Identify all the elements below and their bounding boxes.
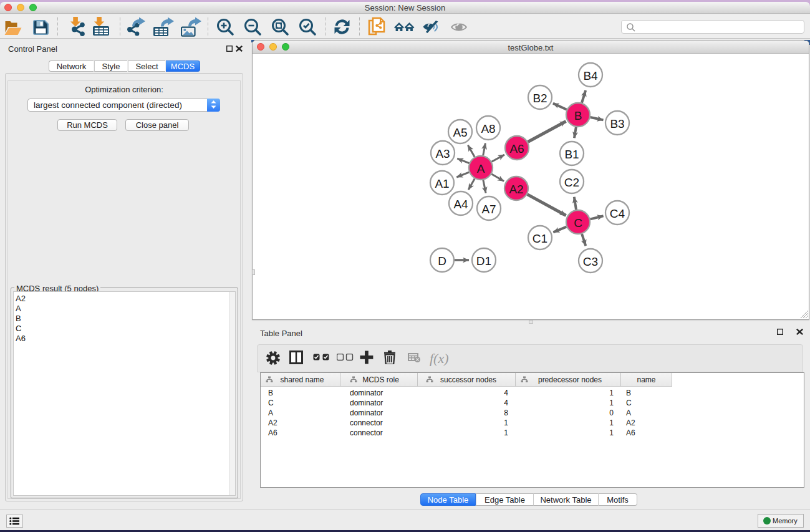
svg-text:B3: B3	[610, 117, 624, 130]
svg-text:C: C	[574, 216, 582, 230]
svg-text:C2: C2	[564, 176, 579, 189]
svg-text:B4: B4	[583, 69, 598, 82]
svg-text:C4: C4	[610, 207, 625, 220]
svg-text:D: D	[438, 254, 446, 268]
svg-text:A4: A4	[453, 198, 468, 211]
svg-text:A1: A1	[435, 177, 449, 190]
svg-text:B: B	[574, 109, 582, 122]
svg-text:B2: B2	[533, 92, 547, 105]
svg-text:A5: A5	[453, 126, 467, 139]
svg-text:D1: D1	[476, 254, 491, 268]
svg-text:B1: B1	[564, 148, 579, 161]
svg-text:A2: A2	[509, 183, 523, 196]
svg-text:A6: A6	[509, 142, 524, 155]
svg-text:A7: A7	[481, 203, 496, 216]
svg-text:A3: A3	[435, 147, 450, 160]
svg-text:A8: A8	[481, 122, 495, 135]
svg-text:C1: C1	[533, 232, 547, 245]
svg-text:C3: C3	[583, 255, 598, 268]
svg-text:A: A	[477, 162, 485, 175]
